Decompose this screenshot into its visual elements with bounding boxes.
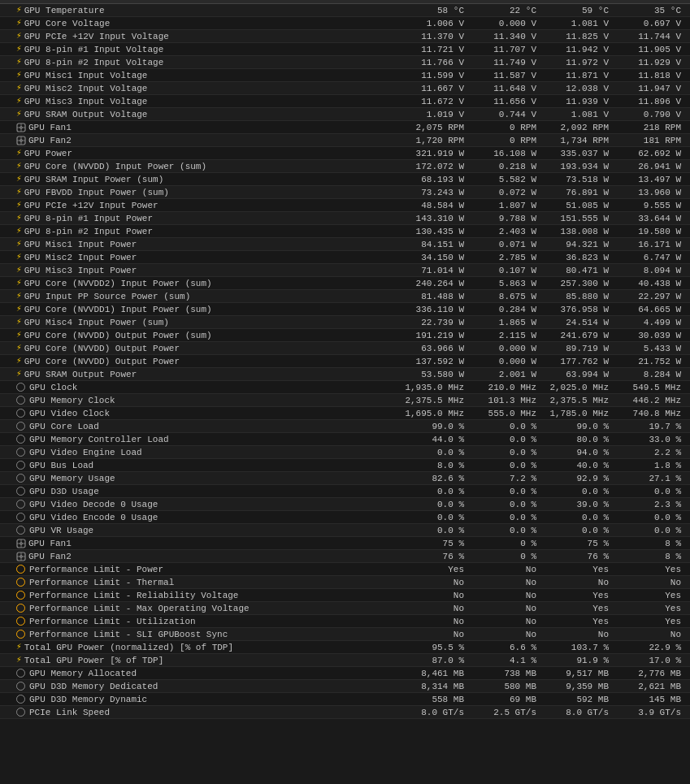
table-row: GPU Bus Load 8.0 % 0.0 % 40.0 % 1.8 % <box>0 459 690 472</box>
bolt-icon: ⚡ <box>16 32 22 41</box>
row-val1: 48.584 W <box>398 201 471 210</box>
row-val2: 5.582 W <box>471 175 543 184</box>
table-row: ⚡ GPU Core (NVVDD2) Input Power (sum) 24… <box>0 277 690 290</box>
row-val2: 0.0 % <box>471 487 543 496</box>
bolt-icon: ⚡ <box>16 97 22 106</box>
row-name: GPU Video Encode 0 Usage <box>0 513 398 522</box>
bolt-icon: ⚡ <box>16 71 22 80</box>
row-val2: 69 MB <box>471 695 543 704</box>
circle-icon <box>16 682 25 691</box>
row-val2: 2.785 W <box>471 253 543 262</box>
row-val1: 73.243 W <box>398 188 471 197</box>
row-val3: 89.719 W <box>543 344 615 353</box>
table-row: ⚡ GPU 8-pin #2 Input Voltage 11.766 V 11… <box>0 56 690 69</box>
row-label: GPU Core (NVVDD) Input Power (sum) <box>24 162 206 171</box>
table-row: ⚡ GPU Misc2 Input Power 34.150 W 2.785 W… <box>0 251 690 264</box>
row-val1: 130.435 W <box>398 227 471 236</box>
row-val3: 51.085 W <box>543 201 615 210</box>
bolt-icon: ⚡ <box>16 357 22 366</box>
circle-icon <box>16 461 25 470</box>
row-name: GPU Video Engine Load <box>0 448 398 457</box>
table-row: GPU D3D Memory Dynamic 558 MB 69 MB 592 … <box>0 693 690 706</box>
row-val3: 0.0 % <box>543 487 615 496</box>
row-val1: 336.110 W <box>398 305 471 314</box>
row-label: GPU FBVDD Input Power (sum) <box>24 188 169 197</box>
row-label: GPU 8-pin #2 Input Power <box>24 227 153 236</box>
bolt-icon: ⚡ <box>16 188 22 197</box>
row-name: GPU Memory Clock <box>0 396 398 405</box>
row-val1: 11.672 V <box>398 97 471 106</box>
table-row: GPU D3D Usage 0.0 % 0.0 % 0.0 % 0.0 % <box>0 485 690 498</box>
row-name: ⚡ GPU Misc4 Input Power (sum) <box>0 318 398 327</box>
row-val3: 9,517 MB <box>543 669 615 678</box>
table-row: ⚡ GPU SRAM Output Power 53.580 W 2.001 W… <box>0 368 690 381</box>
circle-icon <box>16 448 25 457</box>
row-val3: 193.934 W <box>543 162 615 171</box>
row-label: GPU D3D Memory Dynamic <box>29 695 147 704</box>
table-row: Performance Limit - Utilization No No Ye… <box>0 615 690 628</box>
row-label: GPU Memory Allocated <box>29 669 137 678</box>
row-name: ⚡ GPU Core (NVVDD) Output Power (sum) <box>0 331 398 340</box>
table-row: Performance Limit - SLI GPUBoost Sync No… <box>0 628 690 641</box>
row-val1: 84.151 W <box>398 240 471 249</box>
bolt-icon: ⚡ <box>16 84 22 93</box>
row-val3: Yes <box>543 617 615 626</box>
row-val4: 27.1 % <box>615 474 688 483</box>
row-val2: 11.340 V <box>471 32 543 41</box>
row-val2: 0 RPM <box>471 123 543 132</box>
circle-icon <box>16 565 25 574</box>
table-row: ⚡ Total GPU Power (normalized) [% of TDP… <box>0 641 690 654</box>
row-val3: 8.0 GT/s <box>543 708 615 717</box>
circle-icon <box>16 708 25 717</box>
row-val1: 1.019 V <box>398 110 471 119</box>
row-val4: 0.0 % <box>615 487 688 496</box>
row-label: GPU 8-pin #1 Input Voltage <box>24 45 164 54</box>
row-label: GPU Clock <box>29 383 77 392</box>
row-val1: 0.0 % <box>398 487 471 496</box>
row-val3: 40.0 % <box>543 461 615 470</box>
circle-icon <box>16 578 25 587</box>
table-row: GPU D3D Memory Dedicated 8,314 MB 580 MB… <box>0 680 690 693</box>
row-val3: Yes <box>543 591 615 600</box>
row-val2: 0.744 V <box>471 110 543 119</box>
row-label: GPU Misc1 Input Voltage <box>24 71 148 80</box>
row-val4: 11.744 V <box>615 32 688 41</box>
bolt-icon: ⚡ <box>16 370 22 379</box>
row-val4: 0.0 % <box>615 526 688 535</box>
row-val4: 2,621 MB <box>615 682 688 691</box>
row-val1: 0.0 % <box>398 500 471 509</box>
row-name: ⚡ Total GPU Power [% of TDP] <box>0 656 398 665</box>
row-name: ⚡ GPU FBVDD Input Power (sum) <box>0 188 398 197</box>
row-name: Performance Limit - SLI GPUBoost Sync <box>0 630 398 639</box>
row-val1: No <box>398 617 471 626</box>
row-name: Performance Limit - Utilization <box>0 617 398 626</box>
row-val4: 2,776 MB <box>615 669 688 678</box>
row-val1: 58 °C <box>398 6 471 15</box>
row-val4: 21.752 W <box>615 357 688 366</box>
table-row: Performance Limit - Thermal No No No No <box>0 576 690 589</box>
row-val4: 11.905 V <box>615 45 688 54</box>
table-row: ⚡ GPU Power 321.919 W 16.108 W 335.037 W… <box>0 147 690 160</box>
circle-icon <box>16 669 25 678</box>
circle-icon <box>16 474 25 483</box>
row-label: GPU Video Clock <box>29 409 110 418</box>
row-val1: 22.739 W <box>398 318 471 327</box>
row-val3: 80.0 % <box>543 435 615 444</box>
row-name: ⚡ GPU Core Voltage <box>0 19 398 28</box>
row-val4: Yes <box>615 565 688 574</box>
row-name: GPU Fan2 <box>0 136 398 145</box>
row-val4: 446.2 MHz <box>615 396 688 405</box>
bolt-icon: ⚡ <box>16 149 22 158</box>
row-name: GPU Clock <box>0 383 398 392</box>
bolt-icon: ⚡ <box>16 240 22 249</box>
row-val4: 64.665 W <box>615 305 688 314</box>
row-val1: 1,935.0 MHz <box>398 383 471 392</box>
row-label: Performance Limit - Reliability Voltage <box>29 591 238 600</box>
row-name: GPU Memory Controller Load <box>0 435 398 444</box>
table-row: GPU VR Usage 0.0 % 0.0 % 0.0 % 0.0 % <box>0 524 690 537</box>
row-val3: 36.823 W <box>543 253 615 262</box>
row-name: ⚡ GPU 8-pin #2 Input Power <box>0 227 398 236</box>
table-row: ⚡ GPU Temperature 58 °C 22 °C 59 °C 35 °… <box>0 4 690 17</box>
row-val3: 138.008 W <box>543 227 615 236</box>
row-label: GPU Memory Usage <box>29 474 115 483</box>
